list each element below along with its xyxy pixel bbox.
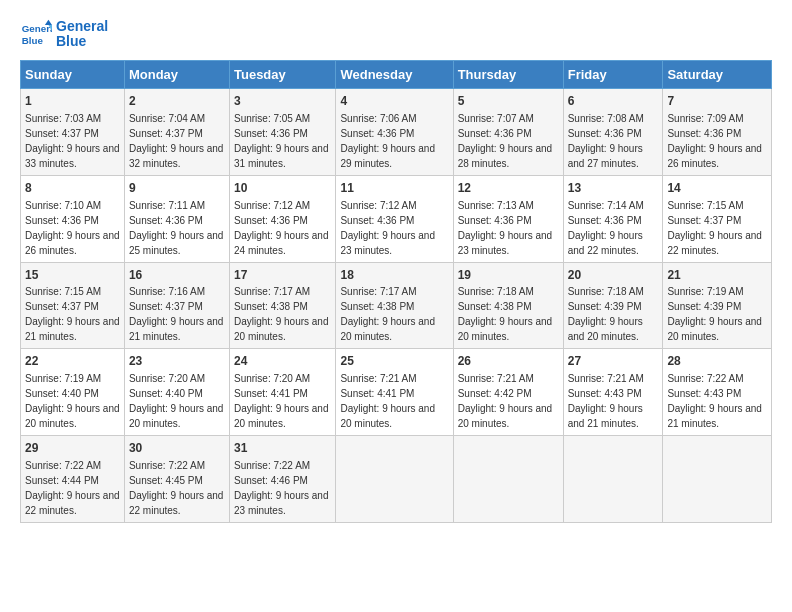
- day-sunset: Sunset: 4:37 PM: [25, 128, 99, 139]
- day-sunset: Sunset: 4:36 PM: [568, 215, 642, 226]
- day-sunset: Sunset: 4:46 PM: [234, 475, 308, 486]
- day-sunrise: Sunrise: 7:17 AM: [234, 286, 310, 297]
- day-daylight: Daylight: 9 hours and 26 minutes.: [667, 143, 762, 169]
- day-sunset: Sunset: 4:37 PM: [667, 215, 741, 226]
- day-daylight: Daylight: 9 hours and 21 minutes.: [667, 403, 762, 429]
- day-sunrise: Sunrise: 7:20 AM: [129, 373, 205, 384]
- day-daylight: Daylight: 9 hours and 24 minutes.: [234, 230, 329, 256]
- day-number: 25: [340, 353, 448, 370]
- logo-icon: General Blue: [20, 18, 52, 50]
- day-number: 3: [234, 93, 331, 110]
- day-daylight: Daylight: 9 hours and 26 minutes.: [25, 230, 120, 256]
- day-sunrise: Sunrise: 7:22 AM: [129, 460, 205, 471]
- day-cell: 7Sunrise: 7:09 AMSunset: 4:36 PMDaylight…: [663, 89, 772, 176]
- day-number: 9: [129, 180, 225, 197]
- col-header-saturday: Saturday: [663, 61, 772, 89]
- day-sunset: Sunset: 4:36 PM: [234, 215, 308, 226]
- day-number: 13: [568, 180, 659, 197]
- day-number: 11: [340, 180, 448, 197]
- day-cell: 20Sunrise: 7:18 AMSunset: 4:39 PMDayligh…: [563, 262, 663, 349]
- day-number: 30: [129, 440, 225, 457]
- col-header-monday: Monday: [124, 61, 229, 89]
- day-cell: [663, 436, 772, 523]
- day-sunrise: Sunrise: 7:19 AM: [25, 373, 101, 384]
- day-sunrise: Sunrise: 7:18 AM: [458, 286, 534, 297]
- day-sunset: Sunset: 4:39 PM: [568, 301, 642, 312]
- week-row-2: 8Sunrise: 7:10 AMSunset: 4:36 PMDaylight…: [21, 175, 772, 262]
- day-cell: 1Sunrise: 7:03 AMSunset: 4:37 PMDaylight…: [21, 89, 125, 176]
- day-number: 23: [129, 353, 225, 370]
- day-number: 27: [568, 353, 659, 370]
- day-sunrise: Sunrise: 7:20 AM: [234, 373, 310, 384]
- day-daylight: Daylight: 9 hours and 23 minutes.: [458, 230, 553, 256]
- day-number: 21: [667, 267, 767, 284]
- day-daylight: Daylight: 9 hours and 22 minutes.: [129, 490, 224, 516]
- day-sunrise: Sunrise: 7:14 AM: [568, 200, 644, 211]
- day-sunrise: Sunrise: 7:22 AM: [234, 460, 310, 471]
- day-cell: 15Sunrise: 7:15 AMSunset: 4:37 PMDayligh…: [21, 262, 125, 349]
- day-number: 26: [458, 353, 559, 370]
- day-sunrise: Sunrise: 7:11 AM: [129, 200, 205, 211]
- col-header-friday: Friday: [563, 61, 663, 89]
- day-sunrise: Sunrise: 7:21 AM: [340, 373, 416, 384]
- day-sunset: Sunset: 4:38 PM: [458, 301, 532, 312]
- day-daylight: Daylight: 9 hours and 33 minutes.: [25, 143, 120, 169]
- header: General Blue General Blue: [20, 18, 772, 50]
- day-number: 12: [458, 180, 559, 197]
- day-number: 31: [234, 440, 331, 457]
- day-daylight: Daylight: 9 hours and 22 minutes.: [667, 230, 762, 256]
- day-daylight: Daylight: 9 hours and 23 minutes.: [234, 490, 329, 516]
- page-container: General Blue General Blue SundayMondayTu…: [0, 0, 792, 533]
- day-cell: 3Sunrise: 7:05 AMSunset: 4:36 PMDaylight…: [229, 89, 335, 176]
- day-number: 29: [25, 440, 120, 457]
- day-daylight: Daylight: 9 hours and 20 minutes.: [458, 316, 553, 342]
- day-sunset: Sunset: 4:38 PM: [234, 301, 308, 312]
- logo: General Blue General Blue: [20, 18, 108, 50]
- day-number: 7: [667, 93, 767, 110]
- day-sunset: Sunset: 4:41 PM: [234, 388, 308, 399]
- col-header-wednesday: Wednesday: [336, 61, 453, 89]
- day-sunset: Sunset: 4:40 PM: [129, 388, 203, 399]
- day-sunset: Sunset: 4:36 PM: [667, 128, 741, 139]
- day-cell: 25Sunrise: 7:21 AMSunset: 4:41 PMDayligh…: [336, 349, 453, 436]
- day-daylight: Daylight: 9 hours and 29 minutes.: [340, 143, 435, 169]
- day-sunset: Sunset: 4:37 PM: [129, 301, 203, 312]
- day-number: 20: [568, 267, 659, 284]
- day-daylight: Daylight: 9 hours and 20 minutes.: [234, 316, 329, 342]
- week-row-3: 15Sunrise: 7:15 AMSunset: 4:37 PMDayligh…: [21, 262, 772, 349]
- day-cell: 21Sunrise: 7:19 AMSunset: 4:39 PMDayligh…: [663, 262, 772, 349]
- day-sunrise: Sunrise: 7:10 AM: [25, 200, 101, 211]
- day-sunset: Sunset: 4:36 PM: [458, 215, 532, 226]
- day-cell: [453, 436, 563, 523]
- day-sunset: Sunset: 4:42 PM: [458, 388, 532, 399]
- day-sunrise: Sunrise: 7:06 AM: [340, 113, 416, 124]
- day-number: 2: [129, 93, 225, 110]
- day-cell: 4Sunrise: 7:06 AMSunset: 4:36 PMDaylight…: [336, 89, 453, 176]
- day-daylight: Daylight: 9 hours and 31 minutes.: [234, 143, 329, 169]
- day-sunrise: Sunrise: 7:19 AM: [667, 286, 743, 297]
- day-cell: 5Sunrise: 7:07 AMSunset: 4:36 PMDaylight…: [453, 89, 563, 176]
- day-daylight: Daylight: 9 hours and 21 minutes.: [129, 316, 224, 342]
- day-sunset: Sunset: 4:40 PM: [25, 388, 99, 399]
- day-sunrise: Sunrise: 7:12 AM: [234, 200, 310, 211]
- day-sunset: Sunset: 4:45 PM: [129, 475, 203, 486]
- day-number: 19: [458, 267, 559, 284]
- day-sunrise: Sunrise: 7:13 AM: [458, 200, 534, 211]
- svg-text:Blue: Blue: [22, 35, 44, 46]
- logo-text: General Blue: [56, 19, 108, 50]
- day-number: 1: [25, 93, 120, 110]
- day-daylight: Daylight: 9 hours and 28 minutes.: [458, 143, 553, 169]
- day-sunset: Sunset: 4:36 PM: [129, 215, 203, 226]
- col-header-thursday: Thursday: [453, 61, 563, 89]
- day-sunrise: Sunrise: 7:07 AM: [458, 113, 534, 124]
- day-number: 14: [667, 180, 767, 197]
- day-daylight: Daylight: 9 hours and 21 minutes.: [568, 403, 643, 429]
- day-cell: 11Sunrise: 7:12 AMSunset: 4:36 PMDayligh…: [336, 175, 453, 262]
- col-header-sunday: Sunday: [21, 61, 125, 89]
- day-daylight: Daylight: 9 hours and 21 minutes.: [25, 316, 120, 342]
- day-number: 28: [667, 353, 767, 370]
- day-daylight: Daylight: 9 hours and 20 minutes.: [25, 403, 120, 429]
- day-cell: 22Sunrise: 7:19 AMSunset: 4:40 PMDayligh…: [21, 349, 125, 436]
- day-cell: 12Sunrise: 7:13 AMSunset: 4:36 PMDayligh…: [453, 175, 563, 262]
- day-daylight: Daylight: 9 hours and 22 minutes.: [568, 230, 643, 256]
